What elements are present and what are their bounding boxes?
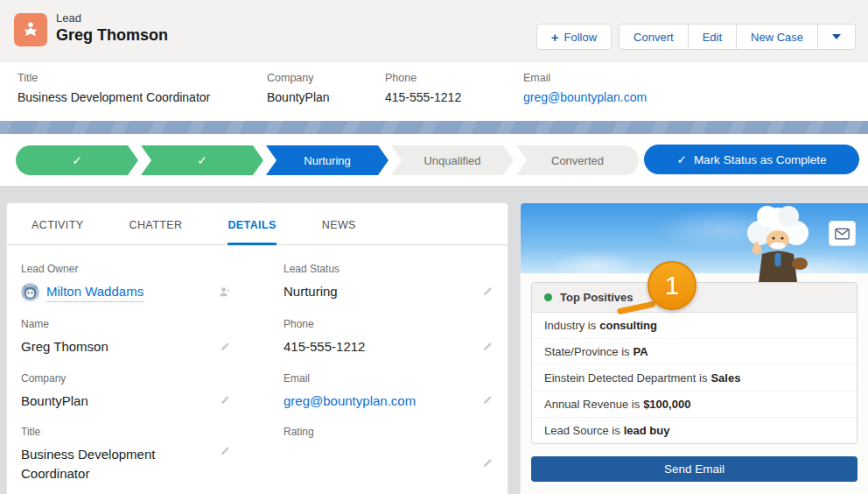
avatar: [21, 283, 39, 301]
highlight-phone: Phone 415-555-1212: [385, 72, 461, 104]
mark-status-complete-button[interactable]: ✓ Mark Status as Complete: [644, 145, 859, 174]
positive-row: Einstein Detected Department isSales: [532, 365, 857, 392]
tab-details[interactable]: DETAILS: [228, 219, 276, 245]
edit-pencil-icon[interactable]: [481, 394, 494, 406]
plus-icon: +: [551, 30, 559, 45]
highlight-title: Title Business Development Coordinator: [18, 72, 210, 104]
highlight-email: Email greg@bountyplan.com: [523, 72, 647, 104]
tab-news[interactable]: NEWS: [322, 219, 356, 244]
top-positives-title: Top Positives: [560, 291, 634, 304]
positive-row: State/Province isPA: [532, 339, 857, 365]
follow-button[interactable]: + Follow: [536, 24, 612, 50]
einstein-mascot-illustration: [737, 205, 819, 282]
record-type-label: Lead: [56, 11, 168, 25]
annotation-callout-1: 1: [648, 261, 696, 310]
positive-row: Lead Source islead buy: [532, 418, 857, 443]
path-stage-converted[interactable]: Converted: [516, 145, 639, 175]
top-positives-panel: Top Positives Industry isconsulting Stat…: [531, 282, 858, 444]
send-email-button[interactable]: Send Email: [531, 456, 858, 482]
email-link[interactable]: greg@bountyplan.com: [523, 90, 647, 104]
edit-pencil-icon[interactable]: [481, 341, 494, 353]
check-icon: ✓: [197, 153, 207, 167]
email-action-button[interactable]: [829, 221, 856, 246]
action-button-group: Convert Edit New Case: [619, 24, 856, 50]
field-lead-owner: Lead Owner Milton Waddams: [21, 263, 231, 302]
tab-chatter[interactable]: CHATTER: [129, 219, 182, 244]
chevron-down-icon: [832, 34, 841, 39]
edit-pencil-icon[interactable]: [481, 286, 494, 298]
new-case-button[interactable]: New Case: [737, 24, 818, 50]
field-lead-status: Lead Status Nurturing: [284, 263, 494, 302]
email-link[interactable]: greg@bountyplan.com: [284, 392, 416, 411]
record-header: Lead Greg Thomson + Follow Convert Edit …: [0, 0, 868, 61]
edit-button[interactable]: Edit: [689, 24, 737, 50]
positive-dot-icon: [544, 293, 552, 301]
highlight-company: Company BountyPlan: [267, 72, 330, 104]
field-company: Company BountyPlan: [21, 372, 231, 411]
edit-pencil-icon[interactable]: [481, 457, 494, 469]
edit-pencil-icon[interactable]: [219, 445, 231, 457]
lead-owner-link[interactable]: Milton Waddams: [46, 282, 144, 302]
path-stage-2[interactable]: ✓: [141, 145, 263, 175]
einstein-score-card: 88 Einstein Score Top Positives: [521, 203, 868, 494]
edit-pencil-icon[interactable]: [219, 394, 231, 406]
highlights-panel: Title Business Development Coordinator C…: [0, 61, 868, 122]
edit-pencil-icon[interactable]: [219, 341, 231, 353]
field-title: Title Business Development Coordinator: [21, 426, 231, 483]
path-stage-nurturing[interactable]: Nurturing: [266, 145, 388, 175]
record-detail-card: ACTIVITY CHATTER DETAILS NEWS Lead Owner: [7, 203, 508, 494]
check-icon: ✓: [72, 153, 82, 167]
field-phone: Phone 415-555-1212: [284, 318, 494, 356]
details-field-grid: Lead Owner Milton Waddams: [7, 245, 508, 494]
positive-row: Industry isconsulting: [532, 313, 857, 339]
change-owner-icon[interactable]: [218, 286, 231, 299]
path-stage-unqualified[interactable]: Unqualified: [391, 145, 514, 175]
field-name: Name Greg Thomson: [21, 318, 231, 356]
path-assistant: ✓ ✓ Nurturing Unqualified Converted ✓ Ma…: [0, 134, 868, 186]
tab-activity[interactable]: ACTIVITY: [32, 219, 83, 244]
header-actions: + Follow Convert Edit New Case: [536, 24, 856, 50]
positive-row: Annual Revenue is$100,000: [532, 392, 857, 418]
field-email: Email greg@bountyplan.com: [284, 372, 494, 411]
page-title: Greg Thomson: [56, 26, 168, 45]
background-band: [0, 121, 868, 134]
path-stage-1[interactable]: ✓: [16, 145, 138, 175]
lead-record-icon: [14, 13, 47, 46]
convert-button[interactable]: Convert: [619, 24, 689, 50]
more-actions-button[interactable]: [818, 24, 856, 50]
field-rating: Rating: [284, 426, 494, 483]
tab-bar: ACTIVITY CHATTER DETAILS NEWS: [7, 203, 508, 245]
check-icon: ✓: [677, 152, 687, 166]
envelope-icon: [835, 228, 850, 240]
